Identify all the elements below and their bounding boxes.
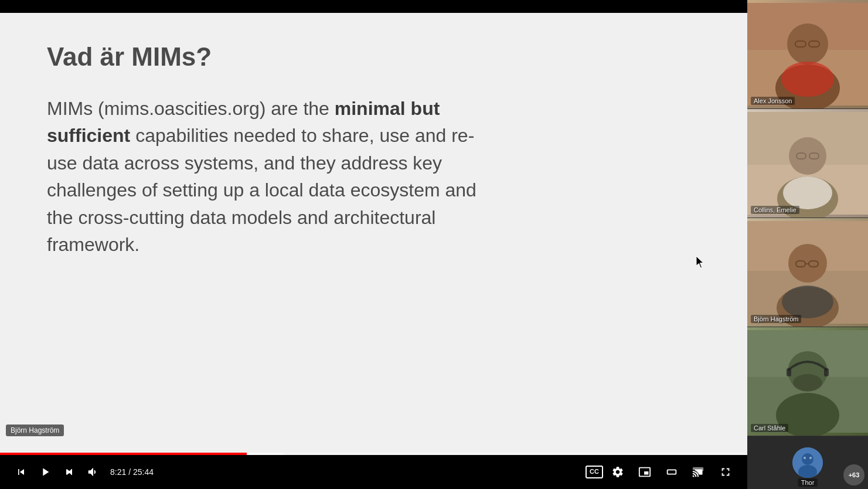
svg-point-6: [781, 62, 834, 97]
theatre-button[interactable]: [659, 462, 684, 482]
participant-video-collins: [747, 109, 868, 218]
mouse-cursor: [696, 256, 707, 269]
thor-avatar-image: [792, 447, 823, 478]
volume-icon: [87, 466, 100, 478]
participant-name-alex: Alex Jonsson: [751, 97, 795, 105]
participant-video-carl: [747, 327, 868, 436]
cc-button[interactable]: CC: [586, 466, 603, 478]
cast-button[interactable]: [686, 462, 711, 482]
progress-buffered: [247, 453, 284, 455]
forward-icon: [63, 466, 75, 478]
carl-video-placeholder: [747, 327, 868, 436]
participant-tile-bjorn: Björn Hagström: [747, 218, 868, 327]
rewind-icon: [15, 466, 27, 478]
fullscreen-icon: [719, 466, 732, 478]
settings-button[interactable]: [605, 462, 630, 482]
volume-button[interactable]: [81, 462, 105, 482]
svg-point-9: [789, 137, 826, 175]
theatre-icon: [665, 466, 678, 478]
slide-body-text1: MIMs (mims.oascities.org) are the: [47, 98, 329, 119]
plus-count-badge: +63: [843, 464, 864, 485]
controls-bar: 8:21 / 25:44 CC: [0, 455, 747, 489]
participant-video-bjorn: [747, 218, 868, 327]
miniplayer-button[interactable]: [632, 462, 657, 482]
slide-content: Vad är MIMs? MIMs (mims.oascities.org) a…: [0, 13, 747, 455]
rewind-button[interactable]: [9, 463, 33, 481]
presenter-badge: Björn Hagström: [6, 425, 64, 436]
slide-body: MIMs (mims.oascities.org) are the minima…: [47, 95, 486, 258]
alex-video-placeholder: [747, 0, 868, 108]
participants-sidebar: Alex Jonsson Collins, Emelie: [747, 0, 868, 489]
settings-icon: [611, 466, 624, 478]
participant-name-bjorn: Björn Hagström: [751, 315, 801, 323]
bjorn-video-placeholder: [747, 218, 868, 327]
play-icon: [39, 466, 52, 478]
participant-name-collins: Collins, Emelie: [751, 206, 799, 214]
svg-point-33: [809, 457, 812, 459]
participant-tile-collins: Collins, Emelie: [747, 109, 868, 218]
thor-avatar: [792, 447, 823, 478]
svg-point-21: [782, 286, 833, 318]
svg-point-11: [783, 176, 832, 209]
forward-button[interactable]: [57, 463, 81, 481]
cast-icon: [692, 466, 705, 478]
collins-video-placeholder: [747, 109, 868, 218]
letterbox-top: [0, 0, 747, 13]
svg-point-2: [787, 23, 828, 64]
main-video-area: Vad är MIMs? MIMs (mims.oascities.org) a…: [0, 0, 747, 489]
svg-rect-27: [787, 368, 791, 376]
time-display: 8:21 / 25:44: [110, 467, 154, 477]
slide-title: Vad är MIMs?: [47, 42, 712, 72]
svg-rect-28: [824, 368, 829, 376]
participant-tile-carl: Carl Ståhle: [747, 327, 868, 436]
participant-name-carl: Carl Ståhle: [751, 424, 788, 432]
participant-tile-thor: Thor +63: [747, 436, 868, 489]
play-button[interactable]: [33, 462, 57, 482]
miniplayer-icon: [638, 466, 651, 478]
progress-bar[interactable]: [0, 453, 747, 455]
svg-point-30: [802, 453, 813, 465]
right-controls: CC: [586, 462, 738, 482]
participant-name-thor: Thor: [798, 478, 818, 487]
participant-video-alex: [747, 0, 868, 108]
progress-played: [0, 453, 247, 455]
fullscreen-button[interactable]: [713, 462, 738, 482]
participant-tile-alex: Alex Jonsson: [747, 0, 868, 109]
svg-point-32: [804, 457, 806, 459]
svg-point-26: [793, 374, 822, 392]
